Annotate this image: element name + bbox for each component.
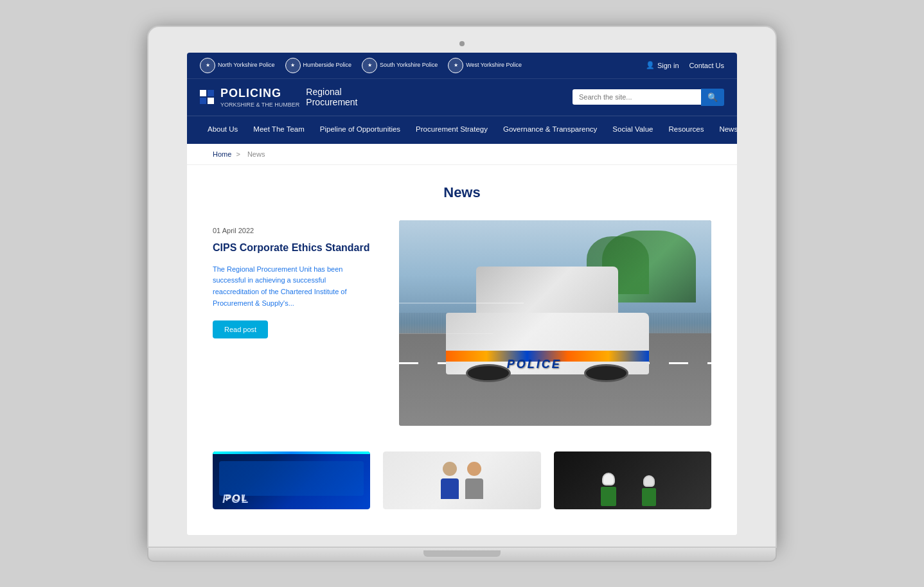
- nyp-text: North Yorkshire Police: [218, 62, 275, 69]
- wyp-text: West Yorkshire Police: [466, 62, 522, 69]
- search-button[interactable]: 🔍: [701, 89, 724, 106]
- male-head: [443, 462, 457, 476]
- male-body: [441, 478, 459, 499]
- officer-figure-1: [601, 473, 616, 506]
- brand-logo: POLICING YORKSHIRE & THE HUMBER Regional…: [200, 87, 358, 108]
- north-yorkshire-police: ★ North Yorkshire Police: [200, 58, 275, 73]
- nav-about-us[interactable]: About Us: [200, 116, 245, 144]
- camera-dot: [459, 41, 465, 46]
- laptop-frame: ★ North Yorkshire Police ★ Humberside Po…: [147, 26, 777, 562]
- wheel-left: [466, 364, 510, 382]
- police-logos: ★ North Yorkshire Police ★ Humberside Po…: [200, 58, 522, 73]
- grid-cell-1: [200, 90, 206, 96]
- policing-icon: [200, 90, 214, 104]
- article-title: CIPS Corporate Ethics Standard: [213, 241, 373, 255]
- nyp-badge: ★: [200, 58, 215, 73]
- small-article-img-2: [383, 451, 540, 509]
- small-article-1: POL: [213, 451, 370, 509]
- hp-badge: ★: [285, 58, 301, 73]
- page-title: News: [213, 184, 711, 201]
- screen-bezel: ★ North Yorkshire Police ★ Humberside Po…: [147, 26, 777, 548]
- sign-in-link[interactable]: 👤 Sign in: [646, 61, 679, 69]
- breadcrumb-current: News: [247, 150, 265, 158]
- female-head: [467, 462, 481, 476]
- wheel-right: [584, 364, 628, 382]
- officer-helmet: [602, 473, 615, 486]
- person-icon: 👤: [646, 61, 655, 69]
- laptop-screen: ★ North Yorkshire Police ★ Humberside Po…: [187, 53, 737, 535]
- humberside-police: ★ Humberside Police: [285, 58, 352, 73]
- west-yorkshire-police: ★ West Yorkshire Police: [448, 58, 522, 73]
- syp-badge: ★: [362, 58, 377, 73]
- checker-grid: [200, 90, 214, 104]
- article-info: 01 April 2022 CIPS Corporate Ethics Stan…: [213, 220, 373, 339]
- neon-accents: [213, 451, 370, 454]
- police-car-scene: POLICE: [399, 220, 711, 426]
- brand-logo-bar: POLICING YORKSHIRE & THE HUMBER Regional…: [187, 78, 737, 116]
- main-content: News 01 April 2022 CIPS Corporate Ethics…: [187, 165, 737, 535]
- nav-pipeline[interactable]: Pipeline of Opportunities: [312, 116, 408, 144]
- grid-cell-4: [208, 98, 214, 104]
- small-article-img-1: POL: [213, 451, 370, 509]
- car-roof: [476, 267, 618, 318]
- person-male: [441, 462, 459, 499]
- team-photo-image: [383, 451, 540, 509]
- wyp-badge: ★: [448, 58, 463, 73]
- top-bar-actions: 👤 Sign in Contact Us: [646, 61, 724, 69]
- policing-wordmark: POLICING: [220, 87, 299, 100]
- regional-procurement-text: Regional Procurement: [306, 87, 357, 107]
- regional-label: Regional Procurement: [306, 87, 357, 107]
- breadcrumb-separator: >: [236, 150, 240, 158]
- person-female: [465, 462, 483, 499]
- police-text: POLICE: [507, 358, 562, 371]
- grid-cell-2: [208, 90, 214, 96]
- read-post-button[interactable]: Read post: [213, 320, 268, 338]
- nav-meet-the-team[interactable]: Meet The Team: [245, 116, 312, 144]
- south-yorkshire-police: ★ South Yorkshire Police: [362, 58, 438, 73]
- nav-bar: About Us Meet The Team Pipeline of Oppor…: [187, 116, 737, 144]
- policing-sub: YORKSHIRE & THE HUMBER: [220, 101, 299, 108]
- officer-vest: [601, 487, 616, 506]
- article-excerpt: The Regional Procurement Unit has been s…: [213, 264, 373, 309]
- hp-text: Humberside Police: [303, 62, 352, 69]
- search-bar[interactable]: 🔍: [573, 89, 724, 106]
- small-article-img-3: [554, 451, 711, 509]
- site-wrapper: ★ North Yorkshire Police ★ Humberside Po…: [187, 53, 737, 535]
- officer-scene-image: [554, 451, 711, 509]
- article-date: 01 April 2022: [213, 227, 373, 234]
- syp-text: South Yorkshire Police: [380, 62, 438, 69]
- nav-governance[interactable]: Governance & Transparency: [495, 116, 605, 144]
- top-bar: ★ North Yorkshire Police ★ Humberside Po…: [187, 53, 737, 78]
- featured-article-image: POLICE: [399, 220, 711, 426]
- small-articles: POL: [213, 451, 711, 509]
- featured-article: 01 April 2022 CIPS Corporate Ethics Stan…: [213, 220, 711, 426]
- brand-text-group: POLICING YORKSHIRE & THE HUMBER: [220, 87, 299, 108]
- grid-cell-3: [200, 98, 206, 104]
- search-input[interactable]: [573, 89, 701, 105]
- nav-social-value[interactable]: Social Value: [605, 116, 661, 144]
- female-body: [465, 478, 483, 499]
- nav-resources[interactable]: Resources: [661, 116, 711, 144]
- laptop-base: [147, 548, 777, 562]
- nav-procurement-strategy[interactable]: Procurement Strategy: [408, 116, 495, 144]
- breadcrumb: Home > News: [187, 144, 737, 165]
- car-body: POLICE: [446, 272, 649, 374]
- police-car-blue-image: POL: [213, 451, 370, 509]
- contact-us-link[interactable]: Contact Us: [689, 62, 724, 69]
- small-article-3: [554, 451, 711, 509]
- small-article-2: [383, 451, 540, 509]
- breadcrumb-home[interactable]: Home: [213, 150, 231, 158]
- nav-news[interactable]: News: [711, 116, 737, 144]
